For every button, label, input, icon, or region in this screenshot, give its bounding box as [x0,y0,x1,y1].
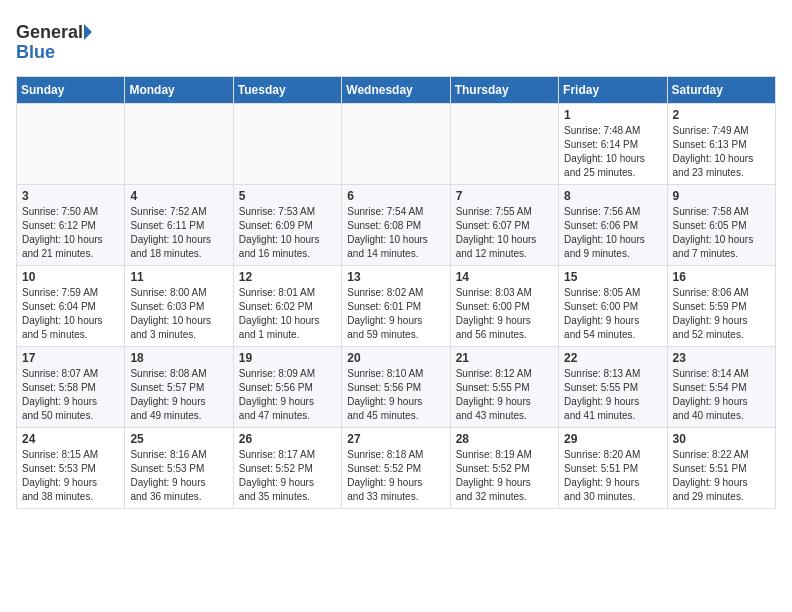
svg-marker-1 [84,24,92,40]
calendar-week-row: 3Sunrise: 7:50 AM Sunset: 6:12 PM Daylig… [17,185,776,266]
calendar-cell: 14Sunrise: 8:03 AM Sunset: 6:00 PM Dayli… [450,266,558,347]
day-info: Sunrise: 8:18 AM Sunset: 5:52 PM Dayligh… [347,448,444,504]
calendar-cell: 28Sunrise: 8:19 AM Sunset: 5:52 PM Dayli… [450,428,558,509]
day-number: 5 [239,189,336,203]
day-info: Sunrise: 8:14 AM Sunset: 5:54 PM Dayligh… [673,367,770,423]
day-info: Sunrise: 8:17 AM Sunset: 5:52 PM Dayligh… [239,448,336,504]
calendar-cell: 17Sunrise: 8:07 AM Sunset: 5:58 PM Dayli… [17,347,125,428]
day-info: Sunrise: 8:09 AM Sunset: 5:56 PM Dayligh… [239,367,336,423]
day-info: Sunrise: 7:56 AM Sunset: 6:06 PM Dayligh… [564,205,661,261]
day-number: 22 [564,351,661,365]
day-info: Sunrise: 8:15 AM Sunset: 5:53 PM Dayligh… [22,448,119,504]
day-number: 15 [564,270,661,284]
calendar-cell: 6Sunrise: 7:54 AM Sunset: 6:08 PM Daylig… [342,185,450,266]
calendar-cell: 1Sunrise: 7:48 AM Sunset: 6:14 PM Daylig… [559,104,667,185]
day-info: Sunrise: 8:12 AM Sunset: 5:55 PM Dayligh… [456,367,553,423]
logo-svg: GeneralBlue [16,16,106,66]
day-info: Sunrise: 7:48 AM Sunset: 6:14 PM Dayligh… [564,124,661,180]
calendar-cell: 16Sunrise: 8:06 AM Sunset: 5:59 PM Dayli… [667,266,775,347]
calendar-cell: 22Sunrise: 8:13 AM Sunset: 5:55 PM Dayli… [559,347,667,428]
day-info: Sunrise: 8:05 AM Sunset: 6:00 PM Dayligh… [564,286,661,342]
day-info: Sunrise: 8:19 AM Sunset: 5:52 PM Dayligh… [456,448,553,504]
day-info: Sunrise: 7:50 AM Sunset: 6:12 PM Dayligh… [22,205,119,261]
day-number: 13 [347,270,444,284]
day-number: 6 [347,189,444,203]
calendar-cell: 13Sunrise: 8:02 AM Sunset: 6:01 PM Dayli… [342,266,450,347]
weekday-header-wednesday: Wednesday [342,77,450,104]
day-number: 28 [456,432,553,446]
calendar-table: SundayMondayTuesdayWednesdayThursdayFrid… [16,76,776,509]
day-number: 26 [239,432,336,446]
day-number: 1 [564,108,661,122]
day-info: Sunrise: 7:53 AM Sunset: 6:09 PM Dayligh… [239,205,336,261]
calendar-week-row: 1Sunrise: 7:48 AM Sunset: 6:14 PM Daylig… [17,104,776,185]
day-number: 14 [456,270,553,284]
calendar-cell: 25Sunrise: 8:16 AM Sunset: 5:53 PM Dayli… [125,428,233,509]
day-number: 11 [130,270,227,284]
weekday-header-friday: Friday [559,77,667,104]
day-info: Sunrise: 8:16 AM Sunset: 5:53 PM Dayligh… [130,448,227,504]
calendar-cell: 26Sunrise: 8:17 AM Sunset: 5:52 PM Dayli… [233,428,341,509]
calendar-cell [233,104,341,185]
day-number: 18 [130,351,227,365]
weekday-header-monday: Monday [125,77,233,104]
day-info: Sunrise: 7:59 AM Sunset: 6:04 PM Dayligh… [22,286,119,342]
page-header: GeneralBlue [16,16,776,66]
weekday-header-tuesday: Tuesday [233,77,341,104]
calendar-cell: 27Sunrise: 8:18 AM Sunset: 5:52 PM Dayli… [342,428,450,509]
day-number: 25 [130,432,227,446]
day-number: 2 [673,108,770,122]
calendar-week-row: 10Sunrise: 7:59 AM Sunset: 6:04 PM Dayli… [17,266,776,347]
calendar-cell: 11Sunrise: 8:00 AM Sunset: 6:03 PM Dayli… [125,266,233,347]
calendar-cell: 3Sunrise: 7:50 AM Sunset: 6:12 PM Daylig… [17,185,125,266]
calendar-cell: 30Sunrise: 8:22 AM Sunset: 5:51 PM Dayli… [667,428,775,509]
calendar-cell: 15Sunrise: 8:05 AM Sunset: 6:00 PM Dayli… [559,266,667,347]
day-info: Sunrise: 7:49 AM Sunset: 6:13 PM Dayligh… [673,124,770,180]
day-number: 16 [673,270,770,284]
calendar-cell: 2Sunrise: 7:49 AM Sunset: 6:13 PM Daylig… [667,104,775,185]
day-info: Sunrise: 8:10 AM Sunset: 5:56 PM Dayligh… [347,367,444,423]
day-info: Sunrise: 7:54 AM Sunset: 6:08 PM Dayligh… [347,205,444,261]
calendar-cell: 18Sunrise: 8:08 AM Sunset: 5:57 PM Dayli… [125,347,233,428]
day-info: Sunrise: 8:07 AM Sunset: 5:58 PM Dayligh… [22,367,119,423]
calendar-cell: 23Sunrise: 8:14 AM Sunset: 5:54 PM Dayli… [667,347,775,428]
calendar-cell: 9Sunrise: 7:58 AM Sunset: 6:05 PM Daylig… [667,185,775,266]
weekday-header-thursday: Thursday [450,77,558,104]
calendar-cell: 21Sunrise: 8:12 AM Sunset: 5:55 PM Dayli… [450,347,558,428]
calendar-week-row: 17Sunrise: 8:07 AM Sunset: 5:58 PM Dayli… [17,347,776,428]
day-number: 10 [22,270,119,284]
svg-text:Blue: Blue [16,42,55,62]
calendar-cell: 8Sunrise: 7:56 AM Sunset: 6:06 PM Daylig… [559,185,667,266]
day-info: Sunrise: 7:58 AM Sunset: 6:05 PM Dayligh… [673,205,770,261]
day-number: 3 [22,189,119,203]
day-info: Sunrise: 7:52 AM Sunset: 6:11 PM Dayligh… [130,205,227,261]
day-info: Sunrise: 8:22 AM Sunset: 5:51 PM Dayligh… [673,448,770,504]
calendar-cell: 19Sunrise: 8:09 AM Sunset: 5:56 PM Dayli… [233,347,341,428]
calendar-cell: 29Sunrise: 8:20 AM Sunset: 5:51 PM Dayli… [559,428,667,509]
calendar-cell [450,104,558,185]
day-number: 8 [564,189,661,203]
day-number: 20 [347,351,444,365]
day-info: Sunrise: 8:20 AM Sunset: 5:51 PM Dayligh… [564,448,661,504]
calendar-cell: 7Sunrise: 7:55 AM Sunset: 6:07 PM Daylig… [450,185,558,266]
day-number: 9 [673,189,770,203]
day-number: 30 [673,432,770,446]
calendar-cell [125,104,233,185]
day-info: Sunrise: 8:03 AM Sunset: 6:00 PM Dayligh… [456,286,553,342]
day-number: 19 [239,351,336,365]
day-number: 4 [130,189,227,203]
weekday-header-saturday: Saturday [667,77,775,104]
calendar-cell: 10Sunrise: 7:59 AM Sunset: 6:04 PM Dayli… [17,266,125,347]
day-info: Sunrise: 8:06 AM Sunset: 5:59 PM Dayligh… [673,286,770,342]
calendar-week-row: 24Sunrise: 8:15 AM Sunset: 5:53 PM Dayli… [17,428,776,509]
day-info: Sunrise: 8:00 AM Sunset: 6:03 PM Dayligh… [130,286,227,342]
day-number: 27 [347,432,444,446]
svg-text:General: General [16,22,83,42]
calendar-cell: 24Sunrise: 8:15 AM Sunset: 5:53 PM Dayli… [17,428,125,509]
day-info: Sunrise: 8:01 AM Sunset: 6:02 PM Dayligh… [239,286,336,342]
day-number: 24 [22,432,119,446]
weekday-header-sunday: Sunday [17,77,125,104]
day-number: 7 [456,189,553,203]
day-number: 23 [673,351,770,365]
calendar-cell: 5Sunrise: 7:53 AM Sunset: 6:09 PM Daylig… [233,185,341,266]
